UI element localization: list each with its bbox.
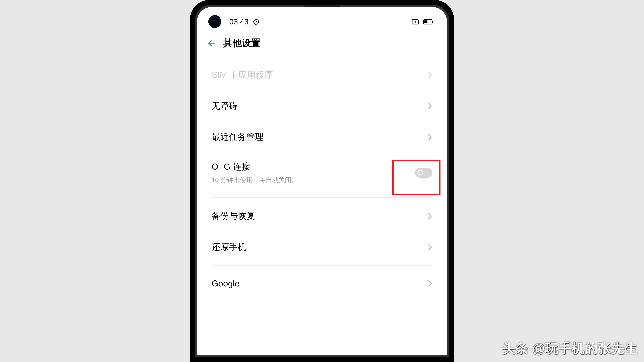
chevron-right-icon	[428, 104, 432, 108]
chevron-right-icon	[428, 72, 432, 77]
chevron-right-icon	[428, 135, 432, 139]
item-otg-connection[interactable]: OTG 连接 10 分钟未使用，将自动关闭。	[212, 153, 432, 194]
front-camera	[208, 15, 221, 28]
item-label: Google	[212, 278, 240, 288]
settings-list: SIM 卡应用程序 无障碍 最近任务管理	[197, 59, 447, 298]
chevron-right-icon	[428, 281, 432, 286]
page-header: 其他设置	[197, 27, 447, 59]
annotation-highlight	[392, 160, 440, 195]
arrow-left-icon	[207, 39, 216, 47]
screen: 03:43 其他设置 SIM 卡	[197, 7, 447, 355]
watermark: 头条 @玩手机的张先生	[502, 340, 638, 357]
item-label: 无障碍	[212, 100, 238, 112]
phone-frame: 03:43 其他设置 SIM 卡	[190, 0, 454, 362]
item-sim-apps[interactable]: SIM 卡应用程序	[212, 59, 432, 90]
back-button[interactable]	[207, 38, 216, 48]
item-label: SIM 卡应用程序	[212, 69, 273, 81]
chevron-right-icon	[428, 245, 432, 250]
item-backup-restore[interactable]: 备份与恢复	[212, 200, 432, 232]
chevron-right-icon	[428, 214, 432, 219]
item-accessibility[interactable]: 无障碍	[212, 90, 432, 121]
item-google[interactable]: Google	[212, 269, 432, 298]
item-label: OTG 连接	[212, 161, 298, 173]
status-time: 03:43	[229, 17, 248, 26]
otg-toggle[interactable]	[415, 168, 432, 178]
divider	[212, 266, 432, 266]
location-icon	[252, 18, 260, 25]
item-label: 还原手机	[212, 241, 246, 253]
divider	[212, 197, 432, 198]
status-bar: 03:43	[197, 7, 447, 27]
item-label: 最近任务管理	[212, 131, 264, 143]
battery-icon	[423, 19, 432, 24]
page-title: 其他设置	[223, 37, 260, 49]
item-label: 备份与恢复	[212, 210, 255, 222]
toggle-knob	[417, 170, 423, 176]
item-subtitle: 10 分钟未使用，将自动关闭。	[212, 176, 298, 184]
screenshot-icon	[412, 19, 418, 24]
item-recent-tasks[interactable]: 最近任务管理	[212, 121, 432, 153]
speaker-slit	[304, 5, 340, 7]
item-reset-phone[interactable]: 还原手机	[212, 232, 432, 263]
phone-bezel: 03:43 其他设置 SIM 卡	[195, 5, 449, 357]
